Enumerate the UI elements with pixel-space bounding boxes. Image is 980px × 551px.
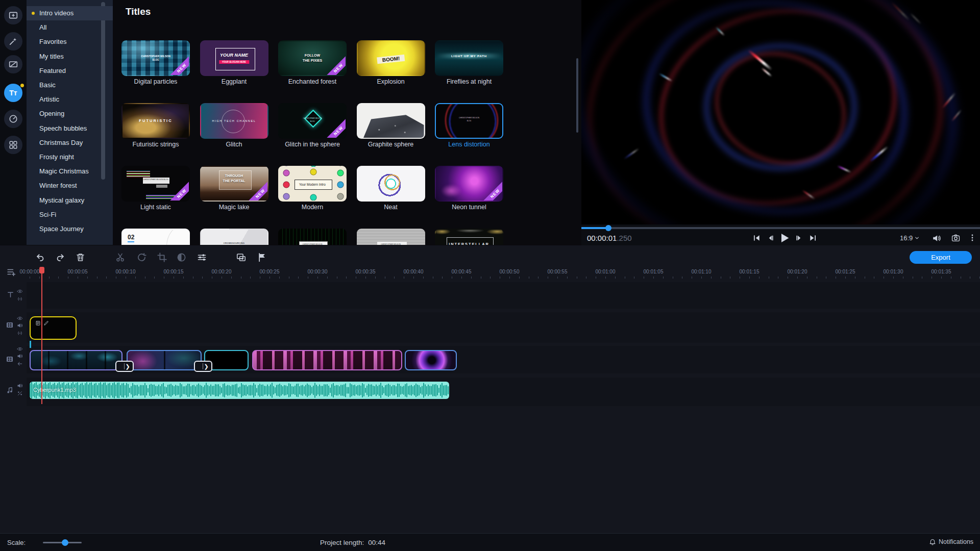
add-track-icon[interactable] [7, 267, 16, 277]
skip-start-icon[interactable] [753, 234, 761, 242]
more-options-icon[interactable] [968, 234, 976, 242]
skip-end-icon[interactable] [809, 234, 817, 242]
rail-button-filters[interactable] [4, 32, 22, 51]
seek-track[interactable] [581, 227, 980, 229]
rail-button-transitions[interactable] [4, 55, 22, 73]
notifications-button[interactable]: Notifications [929, 538, 973, 545]
sidebar-item-sci-fi[interactable]: Sci-Fi [27, 208, 113, 222]
audio-clip[interactable]: Cyberpunk1.mp3 [30, 382, 449, 399]
ruler-tick-label: 00:00:55 [548, 269, 568, 274]
template-card-row4-interstellar[interactable]: INTERSTELLAR [435, 229, 503, 245]
snapshot-camera-icon[interactable] [951, 234, 960, 242]
track-visibility-icon[interactable] [17, 346, 23, 352]
sidebar-item-intro-videos[interactable]: Intro videos [27, 6, 113, 20]
template-card-glitch[interactable]: HIGH TECH CHANNELGlitch [200, 103, 268, 139]
thumb-text: CHRISTOPHER WILSON [279, 243, 346, 245]
track-visibility-icon[interactable] [17, 288, 23, 294]
track-visibility-icon[interactable] [17, 315, 23, 321]
template-thumbnail: CHRISTOPHER WILSON [357, 229, 425, 245]
aspect-ratio-select[interactable]: 16:9 [900, 234, 919, 242]
redo-icon[interactable] [56, 253, 65, 262]
frame-forward-icon[interactable] [795, 234, 803, 242]
track-link-icon[interactable] [17, 330, 23, 336]
template-card-glitch-in-the-sphere[interactable]: CHRISTOPHER WILSONBLOGNEWGlitch in the s… [278, 103, 347, 139]
template-thumbnail: CROWDSOURCINGIN THE DESIGN [200, 229, 268, 245]
overlay-icon[interactable] [236, 253, 246, 262]
volume-icon[interactable] [932, 234, 941, 243]
export-button[interactable]: Export [910, 251, 972, 264]
rotate-icon[interactable] [137, 253, 146, 262]
video-clip-2[interactable] [127, 350, 202, 370]
sidebar-item-all[interactable]: All [27, 20, 113, 35]
template-card-row4-static[interactable]: CHRISTOPHER WILSON [357, 229, 425, 245]
track-mute-icon[interactable] [17, 383, 23, 389]
template-thumbnail: Your Modern Intro [278, 166, 347, 202]
transition-badge-1[interactable]: ❯ [115, 361, 134, 372]
seek-bar[interactable] [581, 225, 980, 231]
sidebar-item-christmas-day[interactable]: Christmas Day [27, 136, 113, 150]
sidebar-item-winter-forest[interactable]: Winter forest [27, 179, 113, 193]
template-card-graphite-sphere[interactable]: Graphite sphere [357, 103, 425, 139]
sidebar-item-speech-bubbles[interactable]: Speech bubbles [27, 121, 113, 136]
template-card-modern[interactable]: Your Modern IntroModern [278, 166, 347, 202]
template-label: Eggplant [195, 78, 274, 85]
video-clip-4[interactable] [252, 350, 402, 370]
template-card-fireflies-at-night[interactable]: LIGHT UP MY PATHFireflies at night [435, 40, 503, 76]
clip-properties-icon[interactable] [197, 253, 207, 262]
sidebar-item-opening[interactable]: Opening [27, 107, 113, 121]
transition-badge-2[interactable]: ❯ [194, 361, 212, 372]
template-grid-scrollbar[interactable] [576, 58, 578, 133]
playhead-handle[interactable] [39, 267, 44, 273]
sidebar-item-artistic[interactable]: Artistic [27, 92, 113, 107]
template-thumbnail: BOOM! [357, 40, 425, 76]
template-thumbnail [357, 103, 425, 139]
template-card-row4-notebook[interactable]: 02 [121, 229, 190, 245]
play-icon[interactable] [779, 233, 790, 243]
template-thumbnail: CHRISTOPHER WILSONBLOG [435, 103, 503, 139]
sidebar-item-mystical-galaxy[interactable]: Mystical galaxy [27, 193, 113, 208]
cut-icon[interactable] [115, 253, 125, 262]
audio-detach-icon[interactable] [17, 390, 23, 396]
template-card-neat[interactable]: Neat [357, 166, 425, 202]
rail-button-effects[interactable] [4, 110, 22, 128]
template-card-row4-crowdsourcing[interactable]: CROWDSOURCINGIN THE DESIGN [200, 229, 268, 245]
rail-button-more-tools[interactable] [4, 136, 22, 154]
template-card-digital-particles[interactable]: CHRISTOPHER WILSONBLOGNEWDigital particl… [121, 40, 190, 76]
track-link-icon[interactable] [17, 296, 23, 302]
template-card-explosion[interactable]: BOOM!Explosion [357, 40, 425, 76]
sidebar-item-my-titles[interactable]: My titles [27, 49, 113, 64]
scale-slider-handle[interactable] [62, 539, 68, 546]
template-card-eggplant[interactable]: YOUR NAMEYOUR SLOGAN HEREEggplant [200, 40, 268, 76]
frame-back-icon[interactable] [767, 234, 774, 242]
template-card-lens-distortion[interactable]: CHRISTOPHER WILSONBLOGLens distortion [435, 103, 503, 139]
sidebar-item-space-journey[interactable]: Space Journey [27, 222, 113, 236]
marker-icon[interactable] [257, 253, 267, 262]
template-card-light-static[interactable]: CHRISTOPHER WILSON BLOGNEWLight static [121, 166, 190, 202]
audio-clip-label: Cyberpunk1.mp3 [33, 387, 76, 393]
ruler-tick-label: 00:00:50 [500, 269, 520, 274]
delete-icon[interactable] [76, 253, 85, 262]
crop-icon[interactable] [157, 253, 167, 262]
sidebar-item-favorites[interactable]: Favorites [27, 35, 113, 49]
rail-button-titles[interactable]: Tт [4, 84, 22, 102]
sidebar-item-magic-christmas[interactable]: Magic Christmas [27, 164, 113, 179]
track-mute-icon[interactable] [17, 353, 23, 359]
template-card-neon-tunnel[interactable]: NEWNeon tunnel [435, 166, 503, 202]
color-adjustments-icon[interactable] [177, 253, 186, 262]
rail-button-import[interactable] [4, 6, 22, 24]
track-arrow-icon[interactable] [17, 361, 23, 367]
template-card-enchanted-forest[interactable]: FOLLOWTHE PIXIESNEWEnchanted forest [278, 40, 347, 76]
timeline-ruler[interactable]: 00:00:0000:00:0500:00:1000:00:1500:00:20… [0, 267, 980, 280]
seek-handle[interactable] [605, 225, 611, 231]
sidebar-item-basic[interactable]: Basic [27, 78, 113, 92]
video-clip-5[interactable] [405, 350, 457, 370]
video-clip-1[interactable] [30, 350, 122, 370]
undo-icon[interactable] [35, 253, 45, 262]
template-card-row4-matrix[interactable]: CHRISTOPHER WILSON [278, 229, 347, 245]
sidebar-item-featured[interactable]: Featured [27, 64, 113, 78]
template-card-magic-lake[interactable]: THROUGHTHE PORTALNEWMagic lake [200, 166, 268, 202]
track-mute-icon[interactable] [17, 322, 23, 329]
sidebar-item-frosty-night[interactable]: Frosty night [27, 150, 113, 164]
title-clip[interactable] [30, 316, 77, 340]
template-card-futuristic-strings[interactable]: FUTURISTICFuturistic strings [121, 103, 190, 139]
